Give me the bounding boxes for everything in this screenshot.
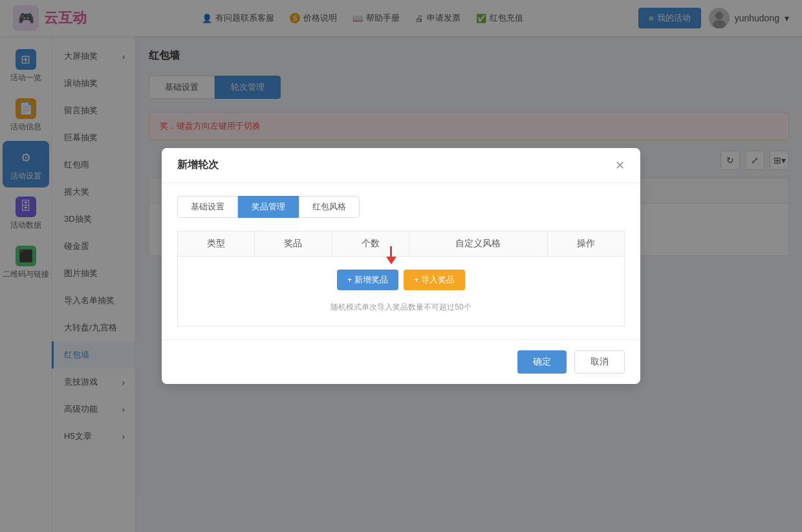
modal-col-action: 操作 — [547, 231, 624, 257]
modal-overlay: 新增轮次 ✕ 基础设置 奖品管理 红包风格 类型 — [0, 0, 802, 532]
add-prize-button[interactable]: + 新增奖品 — [337, 270, 398, 290]
modal-tab-prize[interactable]: 奖品管理 — [238, 196, 299, 218]
import-prize-button[interactable]: + 导入奖品 — [404, 270, 465, 290]
modal-tab-style[interactable]: 红包风格 — [299, 196, 360, 218]
modal-close-button[interactable]: ✕ — [615, 160, 625, 171]
modal-hint: 随机模式单次导入奖品数量不可超过50个 — [331, 302, 471, 313]
modal-tab-bar: 基础设置 奖品管理 红包风格 — [177, 196, 625, 218]
modal-tab-basic[interactable]: 基础设置 — [177, 196, 238, 218]
modal-title: 新增轮次 — [177, 158, 219, 172]
modal-table-empty-row: + 新增奖品 + 导入奖品 随机模式单次导入奖品数量不可超过50个 — [178, 257, 625, 326]
modal-header: 新增轮次 ✕ — [162, 148, 640, 183]
modal-body: 基础设置 奖品管理 红包风格 类型 奖品 个数 自定义风格 操作 — [162, 183, 640, 339]
modal-footer: 确定 取消 — [162, 339, 640, 384]
confirm-button[interactable]: 确定 — [517, 350, 567, 374]
modal-col-count: 个数 — [332, 231, 409, 257]
modal-col-style: 自定义风格 — [409, 231, 547, 257]
modal-col-prize: 奖品 — [255, 231, 332, 257]
modal-table: 类型 奖品 个数 自定义风格 操作 — [177, 231, 625, 326]
modal-col-type: 类型 — [178, 231, 255, 257]
modal: 新增轮次 ✕ 基础设置 奖品管理 红包风格 类型 — [162, 148, 640, 384]
cancel-button[interactable]: 取消 — [574, 350, 625, 374]
